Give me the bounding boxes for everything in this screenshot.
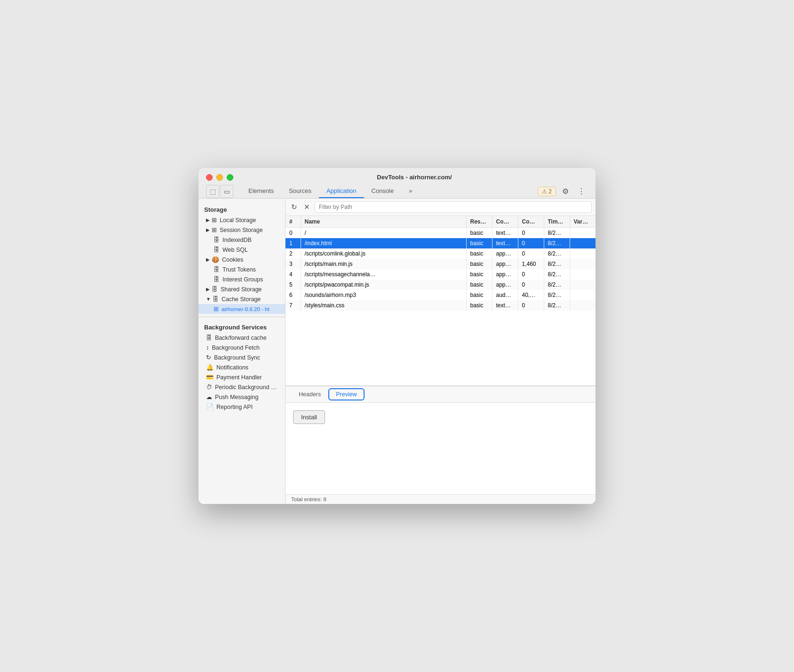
inspect-icon: ⬚: [210, 188, 216, 195]
warning-badge[interactable]: ⚠ 2: [538, 187, 556, 196]
install-button[interactable]: Install: [293, 410, 325, 424]
sidebar-label-web-sql: Web SQL: [222, 247, 248, 253]
bottom-panel: Headers Preview Install: [286, 386, 596, 494]
cell-response-type: basic: [466, 290, 492, 300]
cell-content-length: 0: [518, 228, 544, 239]
table-body: 0 / basic text… 0 8/2… 1 /index.html bas…: [286, 228, 596, 311]
cell-content-type: text…: [492, 228, 518, 239]
cell-content-type: app…: [492, 269, 518, 280]
window-title: DevTools - airhorner.com/: [241, 174, 588, 181]
filter-input[interactable]: [315, 201, 592, 213]
cell-vary: [570, 300, 596, 311]
sidebar-item-web-sql[interactable]: 🗄 Web SQL: [198, 245, 285, 255]
table-row[interactable]: 4 /scripts/messagechannela… basic app… 0…: [286, 269, 596, 280]
sidebar-item-interest-groups[interactable]: 🗄 Interest Groups: [198, 274, 285, 284]
cell-name: /scripts/main.min.js: [301, 259, 466, 269]
tab-headers[interactable]: Headers: [291, 386, 328, 402]
sidebar-item-local-storage[interactable]: ▶ ⊞ Local Storage: [198, 215, 285, 225]
notifications-icon: 🔔: [206, 364, 214, 371]
local-storage-icon: ⊞: [212, 216, 217, 224]
settings-button[interactable]: ⚙: [559, 185, 572, 198]
sidebar-label-session-storage: Session Storage: [220, 227, 263, 233]
sidebar-item-cache-storage[interactable]: ▼ 🗄 Cache Storage: [198, 294, 285, 304]
sidebar-label-bg-sync: Background Sync: [214, 354, 260, 361]
sidebar-item-notifications[interactable]: 🔔 Notifications: [198, 362, 285, 372]
sidebar-item-cache-entry[interactable]: ⊞ airhorner-0.6.20 - ht: [198, 304, 285, 314]
sidebar-label-cache-entry: airhorner-0.6.20 - ht: [222, 306, 270, 312]
table-row[interactable]: 2 /scripts/comlink.global.js basic app… …: [286, 248, 596, 259]
cell-name: /scripts/pwacompat.min.js: [301, 280, 466, 290]
sidebar-item-cookies[interactable]: ▶ 🍪 Cookies: [198, 255, 285, 264]
cell-content-length: 40,…: [518, 290, 544, 300]
cell-name: /: [301, 228, 466, 239]
back-forward-icon: 🗄: [206, 334, 212, 341]
session-storage-icon: ⊞: [212, 226, 217, 233]
indexeddb-icon: 🗄: [214, 236, 220, 243]
table-row[interactable]: 1 /index.html basic text… 0 8/2…: [286, 238, 596, 248]
payment-handler-icon: 💳: [206, 374, 214, 381]
sidebar-item-periodic-bg[interactable]: ⏱ Periodic Background S…: [198, 382, 285, 392]
tab-sources[interactable]: Sources: [281, 184, 319, 198]
tab-console[interactable]: Console: [364, 184, 402, 198]
tab-preview[interactable]: Preview: [328, 388, 364, 400]
traffic-lights: [206, 174, 233, 181]
table-row[interactable]: 7 /styles/main.css basic text… 0 8/2…: [286, 300, 596, 311]
tab-more[interactable]: »: [401, 184, 420, 198]
cell-time: 8/2…: [544, 290, 570, 300]
more-options-button[interactable]: ⋮: [575, 185, 588, 198]
cell-vary: [570, 238, 596, 248]
cell-num: 5: [286, 280, 301, 290]
table-row[interactable]: 6 /sounds/airhorn.mp3 basic aud… 40,… 8/…: [286, 290, 596, 300]
sidebar-label-trust-tokens: Trust Tokens: [222, 266, 256, 273]
cell-num: 2: [286, 248, 301, 259]
table-row[interactable]: 3 /scripts/main.min.js basic app… 1,460 …: [286, 259, 596, 269]
cell-time: 8/2…: [544, 248, 570, 259]
table-row[interactable]: 0 / basic text… 0 8/2…: [286, 228, 596, 239]
cell-time: 8/2…: [544, 259, 570, 269]
main-content: Storage ▶ ⊞ Local Storage ▶ ⊞ Session St…: [198, 199, 596, 504]
col-header-content-length: Co…: [518, 216, 544, 228]
shared-storage-icon: 🗄: [212, 286, 218, 293]
sidebar-item-payment-handler[interactable]: 💳 Payment Handler: [198, 372, 285, 382]
sidebar-label-payment-handler: Payment Handler: [216, 374, 262, 381]
inspect-element-button[interactable]: ⬚: [206, 185, 219, 198]
toolbar-right: ⚠ 2 ⚙ ⋮: [538, 185, 588, 198]
sidebar-item-bg-fetch[interactable]: ↕ Background Fetch: [198, 343, 285, 352]
sidebar-item-session-storage[interactable]: ▶ ⊞ Session Storage: [198, 225, 285, 235]
cell-num: 4: [286, 269, 301, 280]
sidebar-label-periodic-bg: Periodic Background S…: [215, 384, 279, 391]
minimize-button[interactable]: [216, 174, 223, 181]
status-bar: Total entries: 8: [286, 494, 596, 504]
cell-name: /sounds/airhorn.mp3: [301, 290, 466, 300]
clear-button[interactable]: ✕: [302, 202, 312, 212]
tab-elements[interactable]: Elements: [241, 184, 281, 198]
tab-application[interactable]: Application: [319, 184, 364, 198]
device-icon: ▭: [224, 188, 230, 195]
sidebar-item-shared-storage[interactable]: ▶ 🗄 Shared Storage: [198, 284, 285, 294]
sidebar-item-back-forward[interactable]: 🗄 Back/forward cache: [198, 333, 285, 343]
close-button[interactable]: [206, 174, 213, 181]
sidebar-item-indexeddb[interactable]: 🗄 IndexedDB: [198, 235, 285, 245]
cell-num: 0: [286, 228, 301, 239]
sidebar-item-push-messaging[interactable]: ☁ Push Messaging: [198, 392, 285, 402]
sidebar-item-bg-sync[interactable]: ↻ Background Sync: [198, 352, 285, 362]
device-toolbar-button[interactable]: ▭: [220, 185, 233, 198]
maximize-button[interactable]: [227, 174, 233, 181]
sidebar-item-trust-tokens[interactable]: 🗄 Trust Tokens: [198, 264, 285, 274]
sidebar-label-indexeddb: IndexedDB: [222, 237, 252, 243]
bottom-tabs: Headers Preview: [286, 386, 596, 403]
refresh-button[interactable]: ↻: [289, 202, 299, 212]
sidebar-label-push-messaging: Push Messaging: [215, 394, 258, 400]
sidebar-label-local-storage: Local Storage: [220, 217, 256, 224]
sidebar-item-reporting-api[interactable]: 📄 Reporting API: [198, 402, 285, 412]
cell-content-type: app…: [492, 280, 518, 290]
reporting-api-icon: 📄: [206, 403, 214, 410]
sidebar-label-reporting-api: Reporting API: [216, 404, 253, 410]
cell-response-type: basic: [466, 228, 492, 239]
arrow-icon: ▶: [206, 227, 210, 232]
sidebar-label-interest-groups: Interest Groups: [222, 276, 263, 283]
cell-content-type: text…: [492, 300, 518, 311]
cell-name: /scripts/comlink.global.js: [301, 248, 466, 259]
cell-time: 8/2…: [544, 300, 570, 311]
table-row[interactable]: 5 /scripts/pwacompat.min.js basic app… 0…: [286, 280, 596, 290]
